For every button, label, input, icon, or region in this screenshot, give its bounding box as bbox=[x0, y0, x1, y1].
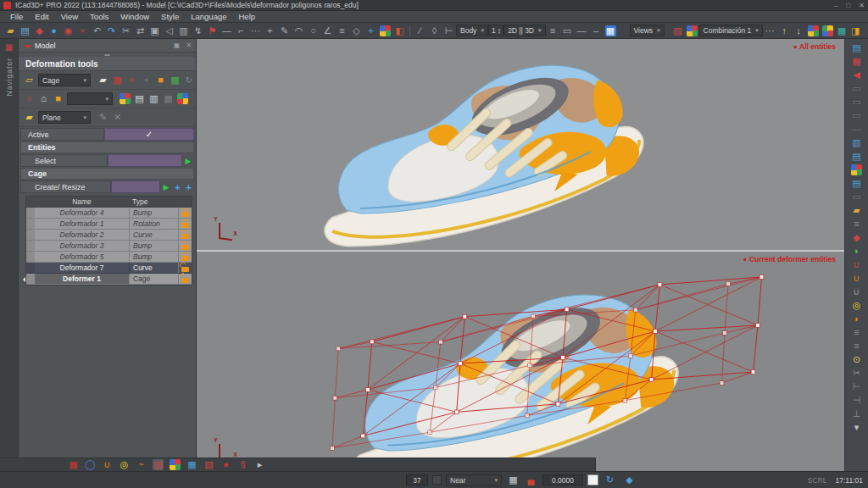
panel-icon[interactable]: ▭ bbox=[561, 25, 574, 37]
open-folder-icon[interactable]: ▰ bbox=[4, 25, 17, 37]
select-field[interactable] bbox=[108, 154, 182, 167]
new-cage-icon[interactable]: ▰ bbox=[97, 74, 109, 86]
corner-tool-icon[interactable]: ⌐ bbox=[235, 25, 248, 37]
minimize-button[interactable]: – bbox=[834, 2, 837, 9]
lock-panel-b-icon[interactable]: ▤ bbox=[850, 177, 863, 190]
swoosh-blue-icon[interactable]: ◯ bbox=[84, 458, 97, 471]
move-left-icon[interactable]: + bbox=[172, 180, 183, 193]
arrow-down-icon[interactable]: ↓ bbox=[793, 25, 805, 37]
table-row[interactable]: Deformador 5 Bump bbox=[26, 252, 192, 263]
last-icon[interactable]: ◊ bbox=[428, 25, 441, 37]
mute-icon[interactable]: ◀ bbox=[850, 69, 863, 81]
ruler-icon[interactable]: ⊢ bbox=[442, 25, 455, 37]
texture-grid-icon[interactable]: ▦ bbox=[850, 55, 863, 68]
paste-icon[interactable]: ◁ bbox=[163, 25, 175, 37]
transform-icon[interactable]: ⇄ bbox=[134, 25, 147, 37]
sole-orange-icon[interactable]: ∪ bbox=[101, 458, 114, 471]
dashed-circle-icon[interactable]: ○ bbox=[23, 92, 36, 105]
move-right-icon[interactable]: + bbox=[183, 180, 194, 193]
apply-cage-icon[interactable]: ▦ bbox=[169, 74, 181, 86]
lines-b-icon[interactable]: ≡ bbox=[850, 340, 863, 352]
delete-cage-icon[interactable]: × bbox=[125, 74, 138, 86]
frame-number-field[interactable]: 37 bbox=[406, 474, 428, 485]
arc-tool-icon[interactable]: ◠ bbox=[292, 25, 305, 37]
scissors-icon[interactable]: ✂ bbox=[850, 367, 863, 380]
search-icon[interactable]: ◉ bbox=[62, 25, 75, 37]
delete-icon[interactable]: × bbox=[76, 25, 89, 37]
dot-red-icon[interactable]: ● bbox=[220, 458, 232, 471]
palette-grid-icon[interactable] bbox=[379, 25, 392, 37]
dim-panel-icon[interactable]: ▭ bbox=[850, 191, 863, 203]
menu-view[interactable]: View bbox=[56, 12, 83, 21]
cut-icon[interactable]: ✂ bbox=[120, 25, 132, 37]
palette-left-icon[interactable] bbox=[119, 92, 131, 105]
palette-c-icon[interactable]: ▦ bbox=[836, 25, 849, 37]
sole-gray-icon[interactable]: ∪ bbox=[850, 286, 863, 298]
circle-tool-icon[interactable]: ○ bbox=[307, 25, 320, 37]
navigator-tab[interactable]: Navigator bbox=[5, 58, 14, 96]
stack-icon[interactable]: ≡ bbox=[850, 218, 863, 230]
import-icon[interactable]: ◆ bbox=[33, 25, 46, 37]
snap-badge-icon[interactable]: ▦ bbox=[604, 25, 617, 37]
cage-frame-icon[interactable]: ▦ bbox=[111, 74, 124, 86]
menu-language[interactable]: Language bbox=[186, 12, 231, 21]
pin-icon[interactable]: ▣ bbox=[174, 42, 181, 49]
navigator-icon[interactable]: ▦ bbox=[4, 42, 14, 53]
column-name[interactable]: Name bbox=[35, 197, 129, 206]
close-icon[interactable]: ✕ bbox=[186, 42, 192, 49]
layers-icon[interactable]: ≡ bbox=[336, 25, 348, 37]
more-arrow-icon[interactable]: ▸ bbox=[253, 458, 266, 471]
stack-redblue-icon[interactable]: § bbox=[236, 458, 249, 471]
sync-icon[interactable]: ↻ bbox=[604, 474, 616, 486]
measure-a-icon[interactable]: ⊢ bbox=[850, 380, 863, 393]
create-resize-field[interactable] bbox=[111, 180, 160, 193]
dash-b-icon[interactable]: – bbox=[590, 25, 603, 37]
disabled-d-icon[interactable]: — bbox=[850, 123, 863, 136]
image-selected-icon[interactable]: ▨ bbox=[152, 458, 164, 471]
cage-type-icon[interactable]: ▱ bbox=[23, 74, 36, 86]
near-select[interactable]: Near ▾ bbox=[446, 474, 502, 486]
viewport-all-entities[interactable]: ■ All entities Y X bbox=[197, 39, 844, 250]
menu-file[interactable]: File bbox=[5, 12, 28, 21]
dim-grid-icon[interactable]: ▦ bbox=[162, 92, 175, 105]
last-green-icon[interactable]: ◗ bbox=[850, 245, 863, 258]
plugin-icon[interactable]: ◨ bbox=[849, 25, 862, 37]
plane-type-icon[interactable]: ▰ bbox=[23, 111, 36, 124]
measure-b-icon[interactable]: ⊣ bbox=[850, 394, 863, 407]
measure-c-icon[interactable]: ⊥ bbox=[850, 408, 863, 420]
split-view-icon[interactable]: ▥ bbox=[850, 136, 863, 149]
folder-panel-icon[interactable]: ▰ bbox=[850, 204, 863, 217]
deformer-cage[interactable] bbox=[292, 255, 844, 469]
column-type[interactable]: Type bbox=[129, 197, 178, 206]
table-row[interactable]: Deformador 4 Bump bbox=[26, 208, 192, 219]
views-select[interactable]: Views ▾ bbox=[630, 25, 665, 36]
ellipsis-button[interactable]: ⋯ bbox=[764, 25, 776, 37]
dim-icon[interactable]: ▫ bbox=[140, 74, 153, 86]
shoe-red-icon[interactable]: ◆ bbox=[850, 231, 863, 244]
panel-tab-model[interactable]: Model bbox=[35, 42, 56, 50]
table-row[interactable]: Deformador 7 Curve bbox=[26, 263, 192, 274]
color-swatch[interactable] bbox=[587, 474, 598, 485]
flag-icon[interactable]: ⚑ bbox=[206, 25, 219, 37]
image-red-icon[interactable]: ▧ bbox=[203, 458, 215, 471]
menu-edit[interactable]: Edit bbox=[30, 12, 53, 21]
coordinate-field[interactable]: 0.0000 bbox=[542, 474, 583, 485]
duplicate-icon[interactable]: ▥ bbox=[177, 25, 190, 37]
palette-panel-icon[interactable] bbox=[850, 164, 863, 176]
more-icon[interactable]: ▾ bbox=[850, 421, 863, 434]
lock-panel-icon[interactable]: ▤ bbox=[850, 150, 863, 163]
palette-right-icon[interactable] bbox=[176, 92, 189, 105]
maximize-button[interactable]: □ bbox=[846, 2, 850, 9]
grid-icon[interactable]: ▦ bbox=[507, 474, 520, 486]
menu-window[interactable]: Window bbox=[115, 12, 154, 21]
render-view-icon[interactable]: ◧ bbox=[393, 25, 406, 37]
sole-orange-icon[interactable]: ∪ bbox=[850, 272, 863, 285]
layers-panel-icon[interactable]: ▤ bbox=[850, 42, 863, 54]
pencil-tool-icon[interactable]: ✎ bbox=[278, 25, 291, 37]
table-row[interactable]: Deformer 1 Cage bbox=[26, 274, 192, 285]
lightning-icon[interactable]: ↯ bbox=[192, 25, 204, 37]
line-tool-icon[interactable]: — bbox=[220, 25, 233, 37]
heel-yellow-icon[interactable]: ◎ bbox=[850, 299, 863, 312]
disabled-b-icon[interactable]: ▭ bbox=[850, 96, 863, 108]
redo-icon[interactable]: ↷ bbox=[105, 25, 118, 37]
